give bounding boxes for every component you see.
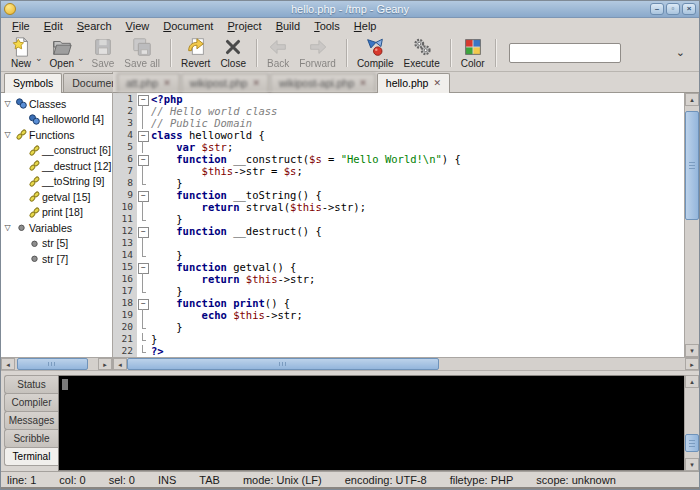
expander-icon[interactable]: ▽ bbox=[1, 130, 14, 139]
menu-help[interactable]: Help bbox=[347, 19, 384, 33]
scroll-down-icon[interactable]: ▾ bbox=[685, 458, 699, 471]
revert-button[interactable]: Revert bbox=[176, 35, 215, 71]
fold-margin[interactable] bbox=[137, 249, 149, 261]
expander-icon[interactable]: ▽ bbox=[1, 99, 14, 108]
menu-document[interactable]: Document bbox=[156, 19, 220, 33]
tree-group-classes[interactable]: ▽Classes bbox=[1, 96, 112, 112]
menu-file[interactable]: File bbox=[5, 19, 37, 33]
fold-margin[interactable] bbox=[137, 321, 149, 333]
tree-item[interactable]: str [5] bbox=[1, 236, 112, 252]
scroll-thumb[interactable] bbox=[685, 434, 699, 452]
tree-item[interactable]: str [7] bbox=[1, 251, 112, 267]
fold-margin[interactable] bbox=[137, 177, 149, 189]
open-dropdown-icon[interactable]: ⌄ bbox=[77, 53, 85, 63]
scroll-left-icon[interactable]: ◂ bbox=[1, 358, 15, 370]
scroll-up-icon[interactable]: ▴ bbox=[685, 93, 699, 106]
tree-item[interactable]: print [18] bbox=[1, 205, 112, 221]
fold-margin[interactable] bbox=[137, 189, 149, 201]
tree-item[interactable]: __destruct [12] bbox=[1, 158, 112, 174]
code-segment: $this bbox=[246, 273, 278, 285]
fold-margin[interactable] bbox=[137, 141, 149, 153]
panel-tab-scribble[interactable]: Scribble bbox=[4, 429, 58, 448]
scroll-thumb[interactable] bbox=[127, 358, 439, 370]
scroll-right-icon[interactable]: ▸ bbox=[98, 358, 112, 370]
tree-group-functions[interactable]: ▽Functions bbox=[1, 127, 112, 143]
tree-group-variables[interactable]: ▽Variables bbox=[1, 220, 112, 236]
tab-close-icon[interactable]: ✕ bbox=[359, 78, 367, 88]
menu-edit[interactable]: Edit bbox=[37, 19, 70, 33]
tab-close-icon[interactable]: ✕ bbox=[252, 78, 260, 88]
new-dropdown-icon[interactable]: ⌄ bbox=[35, 53, 43, 63]
expander-icon[interactable]: ▽ bbox=[1, 223, 14, 232]
editor-vscrollbar[interactable]: ▴ ▾ bbox=[684, 93, 699, 357]
fold-margin[interactable] bbox=[137, 201, 149, 213]
color-button[interactable]: Color bbox=[456, 35, 490, 71]
scroll-down-icon[interactable]: ▾ bbox=[685, 344, 699, 357]
execute-label: Execute bbox=[404, 58, 440, 69]
fold-margin[interactable] bbox=[137, 297, 149, 309]
document-tab-wikipost-api.php[interactable]: wikipost-api.php✕ bbox=[270, 73, 376, 92]
panel-tab-compiler[interactable]: Compiler bbox=[4, 393, 58, 412]
fold-margin[interactable] bbox=[137, 213, 149, 225]
fold-margin[interactable] bbox=[137, 273, 149, 285]
menu-tools[interactable]: Tools bbox=[307, 19, 347, 33]
panel-tab-terminal[interactable]: Terminal bbox=[4, 447, 58, 466]
titlebar[interactable]: hello.php - /tmp - Geany –▫× bbox=[1, 1, 699, 18]
tab-close-icon[interactable]: ✕ bbox=[163, 78, 171, 88]
sidebar-hscrollbar[interactable]: ◂ ▸ bbox=[1, 357, 112, 370]
compile-button[interactable]: Compile bbox=[352, 35, 399, 71]
fold-margin[interactable] bbox=[137, 105, 149, 117]
fold-margin[interactable] bbox=[137, 165, 149, 177]
close-button[interactable]: Close bbox=[215, 35, 251, 71]
fold-margin[interactable] bbox=[137, 117, 149, 129]
save-button: Save bbox=[87, 35, 120, 71]
open-button[interactable]: Open bbox=[45, 35, 79, 71]
status-item: sel: 0 bbox=[109, 474, 135, 486]
tree-item[interactable]: helloworld [4] bbox=[1, 112, 112, 128]
toolbar-overflow-chevron-icon[interactable]: ⌄ bbox=[676, 46, 685, 59]
scroll-thumb[interactable] bbox=[685, 111, 699, 220]
fold-margin[interactable] bbox=[137, 129, 149, 141]
fold-margin[interactable] bbox=[137, 93, 149, 105]
fold-margin[interactable] bbox=[137, 225, 149, 237]
code-text: } bbox=[149, 333, 157, 345]
menu-build[interactable]: Build bbox=[269, 19, 307, 33]
scroll-right-icon[interactable]: ▸ bbox=[685, 358, 699, 370]
fold-margin[interactable] bbox=[137, 261, 149, 273]
fold-margin[interactable] bbox=[137, 333, 149, 345]
panel-tab-status[interactable]: Status bbox=[4, 375, 58, 394]
panel-tab-messages[interactable]: Messages bbox=[4, 411, 58, 430]
symbols-tree[interactable]: ▽Classeshelloworld [4]▽Functions__constr… bbox=[1, 93, 112, 357]
fold-margin[interactable] bbox=[137, 309, 149, 321]
tab-close-icon[interactable]: ✕ bbox=[433, 78, 441, 88]
scroll-thumb[interactable] bbox=[17, 358, 88, 370]
code-editor[interactable]: 1<?php2// Hello world class3// Public Do… bbox=[113, 93, 684, 357]
terminal-vscrollbar[interactable]: ▴ ▾ bbox=[684, 375, 699, 471]
execute-button[interactable]: Execute bbox=[399, 35, 445, 71]
window-title: hello.php - /tmp - Geany bbox=[1, 3, 699, 15]
menu-view[interactable]: View bbox=[119, 19, 157, 33]
line-number: 6 bbox=[113, 153, 137, 165]
terminal-view[interactable] bbox=[58, 375, 684, 471]
menu-project[interactable]: Project bbox=[220, 19, 268, 33]
document-tab-wikipost.php[interactable]: wikipost.php✕ bbox=[181, 73, 269, 92]
fold-margin[interactable] bbox=[137, 153, 149, 165]
editor-hscrollbar[interactable]: ◂ ▸ bbox=[113, 357, 699, 370]
scroll-left-icon[interactable]: ◂ bbox=[113, 358, 127, 370]
tree-item[interactable]: __construct [6] bbox=[1, 143, 112, 159]
fold-margin[interactable] bbox=[137, 345, 149, 357]
tab-label: Symbols bbox=[13, 77, 53, 89]
code-segment: = bbox=[322, 153, 341, 165]
new-button[interactable]: New bbox=[5, 35, 37, 71]
document-tab-hello.php[interactable]: hello.php✕ bbox=[377, 73, 450, 93]
goto-line-input[interactable] bbox=[509, 43, 621, 63]
fold-margin[interactable] bbox=[137, 237, 149, 249]
code-segment: ->str; bbox=[265, 309, 303, 321]
scroll-up-icon[interactable]: ▴ bbox=[685, 375, 699, 388]
fold-margin[interactable] bbox=[137, 285, 149, 297]
tree-item[interactable]: __toString [9] bbox=[1, 174, 112, 190]
sidebar-tab-symbols[interactable]: Symbols bbox=[4, 73, 62, 93]
tree-item[interactable]: getval [15] bbox=[1, 189, 112, 205]
menu-search[interactable]: Search bbox=[70, 19, 119, 33]
document-tab-att.php[interactable]: att.php✕ bbox=[117, 73, 180, 92]
